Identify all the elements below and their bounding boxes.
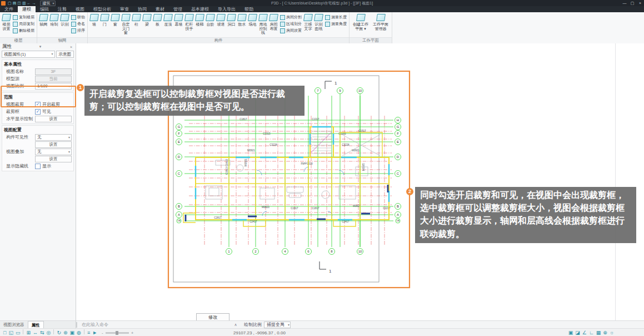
horizontal-range-settings-button[interactable]: 设置 bbox=[35, 116, 72, 122]
recognize-drawing-button[interactable]: 识别图纸 bbox=[313, 13, 324, 37]
zoom-out-icon[interactable]: - bbox=[102, 330, 103, 335]
print-icon[interactable]: ▥ bbox=[22, 1, 26, 5]
menu-item-导入导出[interactable]: 导入导出 bbox=[213, 6, 240, 12]
measure-length-button[interactable]: 测量长度 bbox=[325, 14, 347, 20]
copy-floor-button[interactable]: 复制楼层 bbox=[13, 14, 34, 20]
wall-button[interactable]: 墙 bbox=[89, 13, 99, 37]
roof-button[interactable]: 屋顶 bbox=[163, 13, 173, 37]
open-file-icon[interactable]: ▤ bbox=[13, 1, 17, 5]
zoom-extents-icon[interactable]: ⊞ bbox=[26, 329, 31, 336]
menu-item-文件[interactable]: 文件 bbox=[0, 6, 18, 12]
site-control-line-button[interactable]: 用地控制线 bbox=[258, 13, 268, 37]
new-file-icon[interactable]: ▢ bbox=[8, 1, 12, 5]
recognize-grid-button[interactable]: 识别 bbox=[59, 13, 70, 37]
hidden-lines-checkbox[interactable] bbox=[35, 164, 41, 169]
zoom-slider[interactable]: - + bbox=[102, 330, 133, 335]
component-visibility-select[interactable]: 无 bbox=[35, 134, 72, 141]
room-settings-button[interactable]: 房间设置 bbox=[280, 28, 302, 33]
pointer-icon[interactable]: ► bbox=[92, 329, 97, 336]
shaded-view-icon[interactable]: ◍ bbox=[77, 329, 81, 336]
delete-floor-button[interactable]: 删除楼层 bbox=[13, 28, 34, 33]
save-icon[interactable]: ◫ bbox=[17, 1, 21, 5]
column-button[interactable]: 柱 bbox=[131, 13, 142, 37]
orbit-icon[interactable]: ⊛ bbox=[63, 329, 68, 336]
rotate-view-icon[interactable]: ↻ bbox=[57, 329, 61, 336]
menu-item-协同[interactable]: 协同 bbox=[133, 6, 151, 12]
beam-button[interactable]: 梁 bbox=[142, 13, 152, 37]
door-button[interactable]: 门 bbox=[99, 13, 110, 37]
menu-item-编辑[interactable]: 编辑 bbox=[36, 6, 53, 12]
crop-visible-checkbox[interactable] bbox=[35, 109, 41, 115]
sheet-view-icon[interactable]: ▭ bbox=[16, 329, 21, 336]
measure-angle-button[interactable]: 测量角度 bbox=[325, 21, 347, 27]
partial-copy-button[interactable]: 局部复制 bbox=[13, 21, 34, 27]
layers-icon[interactable]: ≡ bbox=[87, 329, 90, 336]
pan-icon[interactable]: ↔ bbox=[33, 329, 38, 336]
undo-icon[interactable]: ← bbox=[27, 1, 31, 5]
menu-item-注释[interactable]: 注释 bbox=[53, 6, 71, 12]
menu-item-管理[interactable]: 管理 bbox=[169, 6, 187, 12]
apron-button[interactable]: 散水 bbox=[237, 13, 247, 37]
preview-button[interactable]: 示意图 bbox=[56, 51, 74, 58]
text-3d-button[interactable]: 三维文字 bbox=[303, 13, 313, 37]
zone-divide-button[interactable]: 区域划分 bbox=[280, 21, 302, 27]
room-split-button[interactable]: 房间分割 bbox=[280, 14, 302, 20]
zoom-icon[interactable]: ◎ bbox=[47, 329, 51, 336]
custom-door-window-button[interactable]: 自定义门窗 bbox=[121, 13, 131, 37]
grid-sort-button[interactable]: 排序 bbox=[71, 28, 85, 33]
floor-settings-button[interactable]: 楼层设置 bbox=[1, 13, 12, 37]
panel-collapse-icon[interactable]: ▾ bbox=[38, 45, 43, 49]
object-snap-icon[interactable]: ⊕ bbox=[603, 329, 607, 336]
menu-item-帮助[interactable]: 帮助 bbox=[240, 6, 258, 12]
view-overlay-settings-button[interactable]: 设置 bbox=[35, 156, 72, 162]
view-cube-icon[interactable]: ▣ bbox=[70, 329, 75, 336]
settings-gear-icon[interactable]: ☼ bbox=[610, 329, 614, 336]
menu-item-建模[interactable]: 建模 bbox=[18, 6, 36, 12]
room-layout-button[interactable]: 房间布置 bbox=[268, 13, 279, 37]
steps-button[interactable]: 台阶 bbox=[205, 13, 216, 37]
railing-button[interactable]: 栏杆扶手 bbox=[184, 13, 194, 37]
menu-item-素材[interactable]: 素材 bbox=[151, 6, 169, 12]
snap-mode-dropdown[interactable]: 捕捉全局 bbox=[264, 322, 291, 328]
panel-close-icon[interactable]: × bbox=[69, 45, 73, 49]
workplane-manager-button[interactable]: 工作平面管理器 bbox=[371, 13, 391, 37]
menu-item-审查[interactable]: 审查 bbox=[116, 6, 133, 12]
grid-button[interactable]: 轴网 bbox=[38, 13, 49, 37]
view-properties-select[interactable]: 视图属性(1) bbox=[2, 51, 55, 58]
swap-view-icon[interactable]: ⇆ bbox=[40, 329, 44, 336]
crop-view-icon[interactable]: ◱ bbox=[8, 329, 13, 336]
zoom-in-icon[interactable]: + bbox=[131, 330, 134, 335]
curtain-wall-button[interactable]: 幕墙 bbox=[173, 13, 184, 37]
close-button[interactable]: × bbox=[636, 0, 644, 6]
angle-icon[interactable]: ∠ bbox=[582, 329, 587, 336]
opening-button[interactable]: 洞口 bbox=[226, 13, 237, 37]
crop-box-icon[interactable]: ▣ bbox=[568, 329, 573, 336]
modify-button[interactable]: 修改 bbox=[196, 313, 229, 320]
create-workplane-button[interactable]: 创建工作平面 ▾ bbox=[351, 13, 371, 37]
grid-link-button[interactable]: 联动 bbox=[71, 14, 85, 20]
view-overlay-select[interactable]: 无 bbox=[35, 149, 72, 155]
tab-properties[interactable]: 属性 bbox=[28, 321, 44, 328]
grid-snap-icon[interactable]: ▦ bbox=[596, 329, 601, 336]
command-input[interactable]: 在此输入命令 bbox=[76, 322, 232, 328]
drawing-canvas[interactable]: 12468107910HGFEDCBA1/AGFEDCBA1/AC1817C13… bbox=[76, 43, 644, 320]
component-visibility-settings-button[interactable]: 设置 bbox=[35, 141, 72, 148]
draw-grid-button[interactable]: 绘制 bbox=[49, 13, 59, 37]
enable-crop-checkbox[interactable] bbox=[35, 102, 41, 107]
minimize-button[interactable]: — bbox=[621, 0, 628, 6]
collapse-command-button[interactable]: ∧ bbox=[232, 323, 239, 327]
stair-button[interactable]: 楼梯 bbox=[194, 13, 205, 37]
tab-view-browser[interactable]: 视图浏览器 bbox=[0, 321, 28, 328]
menu-item-基本建模[interactable]: 基本建模 bbox=[187, 6, 213, 12]
view-scale-select[interactable]: 1/100 bbox=[35, 83, 72, 90]
redo-icon[interactable]: → bbox=[32, 1, 36, 5]
grid-rename-button[interactable]: 命名 bbox=[71, 21, 85, 27]
menu-item-视图[interactable]: 视图 bbox=[71, 6, 89, 12]
maximize-button[interactable]: ▢ bbox=[628, 0, 636, 6]
selection-window-icon[interactable]: □ bbox=[3, 329, 6, 336]
ortho-icon[interactable]: ∟ bbox=[589, 329, 594, 336]
window-button[interactable]: 窗 bbox=[110, 13, 121, 37]
zoom-slider-thumb[interactable] bbox=[116, 331, 118, 335]
slab-button[interactable]: 板 bbox=[152, 13, 163, 37]
workspace-dropdown[interactable]: 建筑 bbox=[40, 1, 56, 6]
